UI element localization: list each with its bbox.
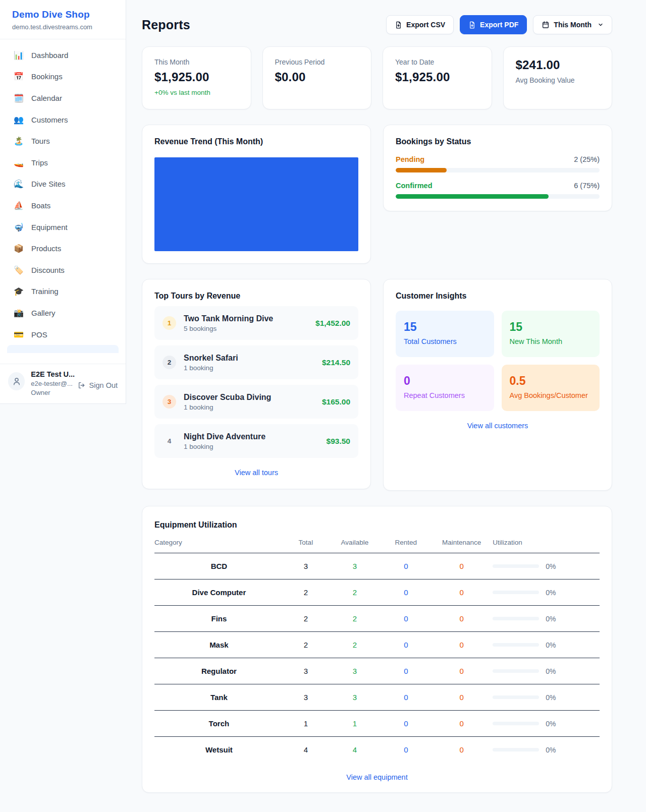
sidebar-item-label: Training [31, 287, 59, 296]
main-content: Reports Export CSV Export PDF [126, 0, 646, 812]
sidebar-item-products[interactable]: 📦 Products [6, 238, 120, 259]
cell-available: 2 [328, 579, 382, 606]
top-tours-card: Top Tours by Revenue 1 Two Tank Morning … [142, 279, 371, 489]
status-label: Pending [396, 155, 424, 163]
cell-category: Tank [154, 684, 284, 711]
cell-rented: 0 [382, 553, 430, 579]
stat-label: Year to Date [395, 58, 479, 66]
view-all-customers-link[interactable]: View all customers [396, 422, 600, 430]
sidebar-item-trips[interactable]: 🚤 Trips [6, 152, 120, 173]
column-header-utilization: Utilization [493, 539, 600, 553]
cell-available: 2 [328, 606, 382, 632]
sign-out-button[interactable]: Sign Out [78, 381, 118, 389]
sidebar-item-boats[interactable]: ⛵ Boats [6, 195, 120, 216]
sidebar-item-calendar[interactable]: 🗓️ Calendar [6, 87, 120, 109]
calendar-icon [542, 21, 550, 29]
table-row: Dive Computer 2 2 0 0 0% [154, 579, 600, 606]
chevron-down-icon [598, 22, 604, 28]
charts-row: Revenue Trend (This Month) Bookings by S… [142, 125, 612, 264]
utilization-bar [493, 564, 539, 568]
utilization-percent: 0% [546, 562, 556, 570]
sidebar-item-label: Customers [31, 115, 68, 124]
sign-out-label: Sign Out [89, 381, 118, 389]
view-all-equipment-link[interactable]: View all equipment [154, 773, 600, 781]
person-icon [12, 377, 21, 386]
spiral-calendar-icon: 🗓️ [13, 93, 24, 103]
sidebar-item-dashboard[interactable]: 📊 Dashboard [6, 44, 120, 66]
sidebar-item-customers[interactable]: 👥 Customers [6, 109, 120, 131]
cell-rented: 0 [382, 632, 430, 658]
tour-name: Night Dive Adventure [184, 432, 265, 441]
bookings-by-status-title: Bookings by Status [396, 137, 600, 146]
utilization-bar [493, 643, 539, 647]
user-role: Owner [31, 389, 71, 396]
stat-label: This Month [154, 58, 239, 66]
status-row-pending: Pending 2 (25%) [396, 155, 600, 172]
sidebar-item-reports-partial[interactable] [7, 345, 119, 353]
view-all-tours-link[interactable]: View all tours [154, 469, 358, 477]
status-row-confirmed: Confirmed 6 (75%) [396, 182, 600, 199]
table-row: Mask 2 2 0 0 0% [154, 632, 600, 658]
utilization-percent: 0% [546, 589, 556, 597]
sidebar-item-tours[interactable]: 🏝️ Tours [6, 130, 120, 152]
tile-new-this-month: 15 New This Month [502, 311, 600, 357]
column-header-available: Available [328, 539, 382, 553]
sidebar-nav: 📊 Dashboard 📅 Bookings 🗓️ Calendar 👥 Cus… [0, 39, 126, 364]
sidebar-item-bookings[interactable]: 📅 Bookings [6, 66, 120, 88]
column-header-maintenance: Maintenance [430, 539, 493, 553]
sidebar-item-dive-sites[interactable]: 🌊 Dive Sites [6, 173, 120, 195]
cell-category: Mask [154, 632, 284, 658]
user-name: E2E Test U... [31, 370, 71, 378]
sidebar-item-label: POS [31, 330, 47, 339]
sidebar-item-training[interactable]: 🎓 Training [6, 281, 120, 303]
credit-card-icon: 💳 [13, 330, 24, 339]
stat-card-previous-period: Previous Period $0.00 [262, 46, 372, 109]
period-selected-label: This Month [554, 21, 591, 29]
tour-name: Two Tank Morning Dive [184, 314, 273, 323]
cell-available: 3 [328, 553, 382, 579]
tour-row[interactable]: 3 Discover Scuba Diving 1 booking $165.0… [154, 385, 358, 419]
stat-card-year-to-date: Year to Date $1,925.00 [383, 46, 492, 109]
stat-label: Avg Booking Value [516, 76, 600, 84]
tile-avg-bookings-per-customer: 0.5 Avg Bookings/Customer [502, 365, 600, 411]
tour-row[interactable]: 1 Two Tank Morning Dive 5 bookings $1,45… [154, 306, 358, 340]
utilization-bar [493, 748, 539, 751]
export-pdf-button[interactable]: Export PDF [460, 15, 527, 34]
sidebar-item-gallery[interactable]: 📸 Gallery [6, 302, 120, 324]
status-count: 2 (25%) [574, 155, 600, 163]
tour-name: Discover Scuba Diving [184, 393, 271, 402]
column-header-rented: Rented [382, 539, 430, 553]
tile-label: Avg Bookings/Customer [510, 391, 592, 399]
equipment-utilization-title: Equipment Utilization [154, 520, 600, 530]
table-header-row: Category Total Available Rented Maintena… [154, 539, 600, 553]
sidebar-item-pos[interactable]: 💳 POS [6, 324, 120, 345]
stat-card-avg-booking-value: $241.00 Avg Booking Value [503, 46, 613, 109]
insights-row: Top Tours by Revenue 1 Two Tank Morning … [142, 279, 612, 491]
calendar-date-icon: 📅 [13, 72, 24, 81]
utilization-bar [493, 591, 539, 594]
export-csv-button[interactable]: Export CSV [386, 15, 454, 34]
tour-name: Snorkel Safari [184, 354, 238, 363]
utilization-percent: 0% [546, 615, 556, 623]
sidebar-item-label: Gallery [31, 309, 56, 317]
tour-row[interactable]: 2 Snorkel Safari 1 booking $214.50 [154, 345, 358, 379]
tile-label: New This Month [510, 337, 592, 345]
cell-maintenance: 0 [430, 553, 493, 579]
sidebar-item-equipment[interactable]: 🤿 Equipment [6, 216, 120, 238]
speedboat-icon: 🚤 [13, 158, 24, 167]
utilization-percent: 0% [546, 720, 556, 728]
utilization-percent: 0% [546, 641, 556, 649]
cell-maintenance: 0 [430, 658, 493, 684]
sidebar-item-label: Dashboard [31, 51, 68, 60]
table-row: Wetsuit 4 4 0 0 0% [154, 737, 600, 763]
island-icon: 🏝️ [13, 136, 24, 146]
column-header-total: Total [284, 539, 328, 553]
period-selector[interactable]: This Month [533, 15, 612, 34]
tile-value: 0.5 [510, 374, 592, 388]
cell-rented: 0 [382, 711, 430, 737]
stat-delta: +0% vs last month [154, 89, 239, 96]
tour-row[interactable]: 4 Night Dive Adventure 1 booking $93.50 [154, 424, 358, 458]
pending-progress-track [396, 168, 600, 172]
tour-revenue: $1,452.00 [315, 319, 350, 328]
sidebar-item-discounts[interactable]: 🏷️ Discounts [6, 259, 120, 281]
